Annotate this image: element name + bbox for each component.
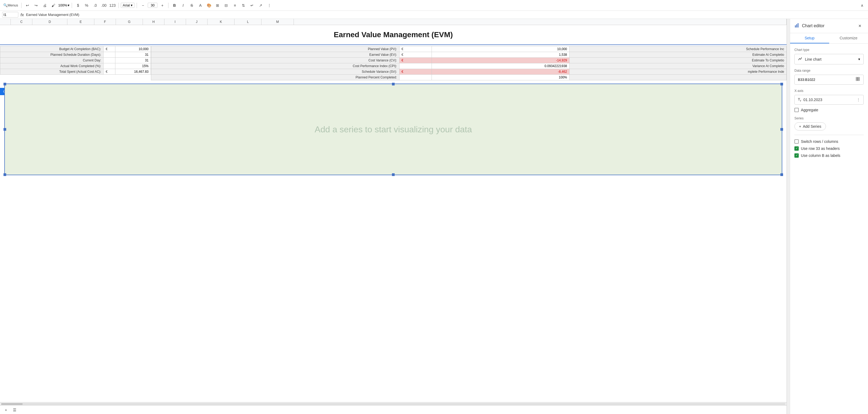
col-header-e: E — [67, 19, 94, 25]
add-sheet-button[interactable]: + — [2, 406, 10, 414]
font-size-increase-button[interactable]: + — [158, 2, 166, 9]
col-header-rest — [294, 19, 786, 25]
table-row: Planned Value (PV): € 10,000 Schedule Pe… — [151, 46, 786, 52]
aggregate-checkbox[interactable] — [795, 108, 799, 112]
chart-placeholder-text: Add a series to start visualizing your d… — [315, 125, 472, 134]
use-row-33-checkbox[interactable]: ✓ — [795, 146, 799, 151]
currency-pv: € — [399, 46, 432, 52]
chart-editor-header: Chart editor ✕ — [790, 19, 868, 33]
value-ppc: 100% — [432, 75, 569, 80]
bold-button[interactable]: B — [170, 2, 178, 9]
resize-handle-tl[interactable] — [3, 83, 6, 86]
resize-handle-mr[interactable] — [780, 128, 783, 131]
zoom-control[interactable]: 100% ▾ — [58, 3, 69, 7]
value-awc: 15% — [115, 63, 151, 69]
collapse-toolbar-button[interactable]: ∧ — [858, 2, 866, 9]
currency-button[interactable]: $ — [74, 2, 82, 9]
use-col-b-checkbox[interactable]: ✓ — [795, 153, 799, 158]
row-header-spacer — [0, 19, 11, 25]
font-name-selector[interactable]: Arial ▾ — [121, 3, 134, 8]
data-range-grid-icon — [856, 77, 860, 82]
resize-handle-bl[interactable] — [3, 173, 6, 176]
switch-rows-checkbox[interactable] — [795, 139, 799, 144]
decimal-inc-button[interactable]: .00 — [100, 2, 107, 9]
col-header-d: D — [32, 19, 67, 25]
text-rotate-button[interactable]: ↗ — [257, 2, 265, 9]
horizontal-align-button[interactable]: ≡ — [231, 2, 239, 9]
use-col-b-row[interactable]: ✓ Use column B as labels — [795, 153, 864, 158]
highlight-color-button[interactable]: 🎨 — [205, 2, 213, 9]
aggregate-label: Aggregate — [801, 108, 818, 112]
svg-rect-0 — [795, 25, 796, 28]
chart-section: Get Help ↗ Add a series to start visuali… — [0, 84, 786, 175]
svg-rect-6 — [858, 79, 859, 81]
value-ts: 16,467.83 — [115, 69, 151, 75]
vertical-scrollbar[interactable] — [786, 19, 790, 414]
scrollbar-thumb[interactable] — [1, 403, 23, 405]
decimal-dec-button[interactable]: .0 — [91, 2, 99, 9]
data-range-selector[interactable]: B33:B1022 — [795, 75, 864, 85]
resize-handle-tm[interactable] — [392, 83, 395, 86]
svg-rect-2 — [798, 23, 799, 28]
data-section: Budget At Completion (BAC): € 10,000 Pla… — [0, 45, 786, 82]
add-series-button[interactable]: + Add Series — [795, 122, 826, 130]
paint-format-button[interactable]: 🖌 — [50, 2, 57, 9]
vertical-align-button[interactable]: ⇅ — [240, 2, 247, 9]
chart-placeholder: Add a series to start visualizing your d… — [4, 84, 782, 175]
currency-ev: € — [399, 52, 432, 58]
left-evm-table: Budget At Completion (BAC): € 10,000 Pla… — [0, 46, 151, 75]
right-table: Planned Value (PV): € 10,000 Schedule Pe… — [151, 45, 786, 82]
number-format-button[interactable]: 123 — [108, 2, 116, 9]
resize-handle-bm[interactable] — [392, 173, 395, 176]
x-axis-selector[interactable]: Tr 01.10.2023 ⋮ — [795, 95, 864, 104]
chart-icon — [795, 23, 800, 29]
resize-handle-br[interactable] — [780, 173, 783, 176]
font-size-input[interactable]: 30 — [148, 3, 157, 8]
sheet-list-button[interactable]: ☰ — [11, 406, 18, 414]
chart-editor-close-button[interactable]: ✕ — [856, 22, 864, 30]
chart-editor-panel: Chart editor ✕ Setup Customize Chart typ… — [790, 19, 868, 414]
chart-editor-title-text: Chart editor — [802, 24, 825, 28]
value-pv: 10,000 — [432, 46, 569, 52]
use-row-33-row[interactable]: ✓ Use row 33 as headers — [795, 146, 864, 151]
percent-button[interactable]: % — [83, 2, 90, 9]
print-button[interactable]: 🖨 — [41, 2, 49, 9]
cell-reference-input[interactable]: I1 — [2, 12, 18, 18]
redo-button[interactable]: ↪ — [32, 2, 40, 9]
font-color-button[interactable]: A — [196, 2, 204, 9]
undo-button[interactable]: ↩ — [24, 2, 31, 9]
zoom-value: 100% — [58, 3, 67, 7]
currency-psd — [103, 52, 115, 58]
col-header-c: C — [11, 19, 32, 25]
col-header-g: G — [116, 19, 143, 25]
font-size-decrease-button[interactable]: − — [139, 2, 147, 9]
italic-button[interactable]: I — [179, 2, 187, 9]
more-options-button[interactable]: ⋮ — [266, 2, 273, 9]
chart-type-selector[interactable]: Line chart ▾ — [795, 54, 864, 64]
horizontal-scrollbar[interactable] — [0, 402, 786, 405]
col-header-i: I — [164, 19, 186, 25]
sheet-content: Earned Value Management (EVM) Budget At … — [0, 25, 786, 402]
borders-button[interactable]: ⊞ — [214, 2, 221, 9]
title-text: Earned Value Management (EVM) — [334, 30, 453, 39]
x-axis-value-left: Tr 01.10.2023 — [798, 97, 822, 102]
svg-rect-4 — [858, 77, 859, 79]
tab-customize[interactable]: Customize — [829, 33, 868, 43]
label-ev: Earned Value (EV): — [151, 52, 400, 58]
merge-cells-button[interactable]: ⊟ — [222, 2, 230, 9]
switch-rows-row[interactable]: Switch rows / columns — [795, 139, 864, 144]
use-row-33-label: Use row 33 as headers — [801, 146, 840, 151]
currency-sv: € — [399, 69, 432, 75]
toolbar-separator-2 — [72, 3, 72, 8]
checkbox-group: Switch rows / columns ✓ Use row 33 as he… — [795, 139, 864, 158]
tab-setup[interactable]: Setup — [790, 33, 829, 43]
use-col-b-label: Use column B as labels — [801, 153, 840, 158]
col-header-h: H — [143, 19, 164, 25]
menus-button[interactable]: 🔍 Menus — [2, 3, 19, 8]
strikethrough-button[interactable]: S — [188, 2, 195, 9]
table-row: Earned Value (EV): € 1,538 Estimate At C… — [151, 52, 786, 58]
text-wrap-button[interactable]: ↵ — [248, 2, 256, 9]
resize-handle-tr[interactable] — [780, 83, 783, 86]
resize-handle-ml[interactable] — [3, 128, 6, 131]
label-bac: Budget At Completion (BAC): — [0, 46, 103, 52]
